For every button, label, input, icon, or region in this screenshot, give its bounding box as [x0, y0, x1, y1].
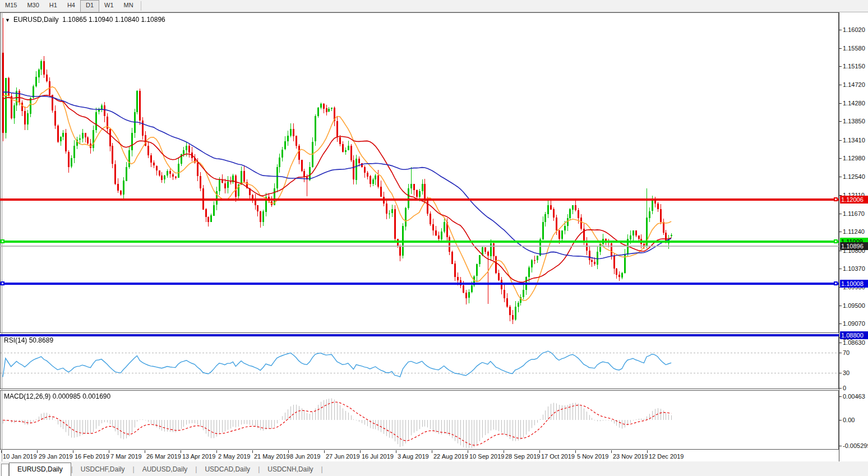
date-tick-label: 13 Apr 2019 — [182, 453, 215, 460]
price-tick-mark — [839, 306, 842, 306]
macd-tick-mark — [839, 446, 842, 446]
date-tick-label: 5 Nov 2019 — [577, 453, 608, 460]
macd-tick-mark — [839, 420, 842, 420]
timeframe-button-d1[interactable]: D1 — [80, 0, 99, 12]
current-price-line — [0, 246, 839, 247]
date-tick-mark — [468, 450, 468, 453]
price-tick-mark — [839, 48, 842, 49]
price-tick-label: 1.14280 — [843, 100, 865, 107]
price-tick-label: 1.12540 — [843, 173, 865, 180]
line-handle-right-resistance-red[interactable] — [834, 197, 838, 201]
timeframe-button-h4[interactable]: H4 — [62, 0, 80, 12]
chart-dropdown-icon[interactable]: ▼ — [5, 17, 10, 23]
price-tick-mark — [839, 251, 842, 251]
chart-tab-bar: EURUSD,Daily|USDCHF,Daily|AUDUSD,Daily|U… — [0, 461, 868, 476]
rsi-tick-mark — [839, 373, 842, 373]
line-handle-left-resistance-green[interactable] — [1, 239, 4, 243]
price-tick-mark — [839, 324, 842, 324]
date-tick-label: 21 May 2019 — [254, 453, 290, 460]
price-tag-support-blue: 1.10008 — [840, 280, 868, 288]
rsi-label: RSI(14) 50.8689 — [4, 336, 53, 344]
date-tick-label: 26 Mar 2019 — [146, 453, 181, 460]
macd-value-signal: 0.001690 — [82, 392, 110, 400]
date-tick-label: 8 Jun 2019 — [290, 453, 320, 460]
hline-resistance-red[interactable] — [0, 198, 839, 201]
date-tick-label: 27 Jun 2019 — [326, 453, 360, 460]
date-tick-mark — [396, 450, 396, 453]
date-tick-label: 17 Oct 2019 — [541, 453, 575, 460]
tab-stub — [1, 464, 9, 476]
line-handle-left-support-blue[interactable] — [1, 281, 4, 285]
price-tick-mark — [839, 177, 842, 177]
price-tick-label: 1.11240 — [843, 228, 865, 235]
date-tick-mark — [539, 450, 540, 453]
main-chart-panel: ▼EURUSD,Daily 1.10865 1.10940 1.10840 1.… — [0, 12, 839, 333]
chart-left-frame — [2, 12, 2, 461]
tab-audusd-daily[interactable]: AUDUSD,Daily — [135, 463, 196, 476]
hline-resistance-green[interactable] — [0, 241, 839, 243]
timeframe-button-m15[interactable]: M15 — [0, 0, 22, 12]
rsi-canvas[interactable] — [1, 335, 838, 389]
date-tick-mark — [145, 450, 145, 453]
price-tick-mark — [839, 232, 842, 232]
price-tick-mark — [839, 158, 842, 159]
date-tick-label: 7 Mar 2019 — [110, 453, 142, 460]
rsi-tick-mark — [839, 388, 842, 389]
price-tick-label: 1.11670 — [843, 210, 865, 217]
tab-usdcad-daily[interactable]: USDCAD,Daily — [197, 463, 258, 476]
timeframe-button-h1[interactable]: H1 — [44, 0, 62, 12]
rsi-value: 50.8689 — [29, 336, 53, 344]
price-tick-mark — [839, 269, 842, 269]
rsi-tick-label: 70 — [843, 349, 849, 356]
price-tick-label: 1.15150 — [843, 63, 865, 70]
tab-usdcnh-daily[interactable]: USDCNH,Daily — [260, 463, 321, 476]
tab-eurusd-daily[interactable]: EURUSD,Daily — [9, 463, 71, 476]
date-tick-label: 12 Dec 2019 — [649, 453, 684, 460]
date-tick-mark — [73, 450, 73, 453]
date-tick-label: 16 Jul 2019 — [362, 453, 394, 460]
timeframe-button-m30[interactable]: M30 — [22, 0, 44, 12]
date-tick-mark — [216, 450, 217, 453]
macd-tick-mark — [839, 396, 842, 397]
price-tick-mark — [839, 85, 842, 85]
price-tick-mark — [839, 140, 842, 141]
price-axis-border — [839, 12, 839, 461]
price-tick-mark — [839, 66, 842, 67]
price-tag-support-blue-low: 1.08800 — [840, 331, 868, 339]
timeframe-button-mn[interactable]: MN — [119, 0, 138, 12]
macd-tick-label: -0.005299 — [843, 442, 868, 449]
date-tick-mark — [252, 450, 253, 453]
date-tick-label: 22 Aug 2019 — [433, 453, 468, 460]
macd-canvas[interactable] — [1, 391, 838, 449]
tab-usdchf-daily[interactable]: USDCHF,Daily — [73, 463, 133, 476]
date-tick-mark — [109, 450, 109, 453]
date-tick-mark — [647, 450, 648, 453]
price-tag-resistance-red: 1.12006 — [840, 196, 868, 204]
date-tick-mark — [575, 450, 576, 453]
date-tick-mark — [360, 450, 361, 453]
macd-tick-label: 0.00 — [843, 417, 855, 423]
price-tick-label: 1.13850 — [843, 118, 865, 124]
macd-panel: MACD(12,26,9) 0.000985 0.001690 — [0, 390, 839, 450]
toolbar-separator — [141, 1, 141, 11]
date-axis[interactable]: 10 Jan 201929 Jan 201916 Feb 20197 Mar 2… — [0, 450, 868, 462]
line-handle-right-support-blue[interactable] — [834, 281, 838, 285]
current-price-tag: 1.10896 — [840, 242, 868, 250]
date-tick-label: 2 May 2019 — [218, 453, 250, 460]
rsi-panel: RSI(14) 50.8689 — [0, 334, 839, 389]
line-handle-right-resistance-green[interactable] — [834, 239, 838, 243]
rsi-tick-label: 0 — [843, 385, 846, 391]
hline-support-blue[interactable] — [0, 283, 839, 285]
price-tick-label: 1.13410 — [843, 137, 865, 144]
macd-name: MACD(12,26,9) — [4, 392, 50, 400]
date-tick-label: 23 Nov 2019 — [613, 453, 648, 460]
date-tick-label: 3 Aug 2019 — [398, 453, 429, 460]
timeframe-toolbar: M15M30H1H4D1W1MN — [0, 0, 868, 12]
timeframe-button-w1[interactable]: W1 — [99, 0, 119, 12]
price-tick-mark — [839, 121, 842, 122]
price-tick-mark — [839, 343, 842, 343]
date-tick-mark — [324, 450, 325, 453]
date-tick-mark — [37, 450, 38, 453]
date-tick-mark — [181, 450, 181, 453]
hline-support-blue-low[interactable] — [0, 334, 839, 336]
